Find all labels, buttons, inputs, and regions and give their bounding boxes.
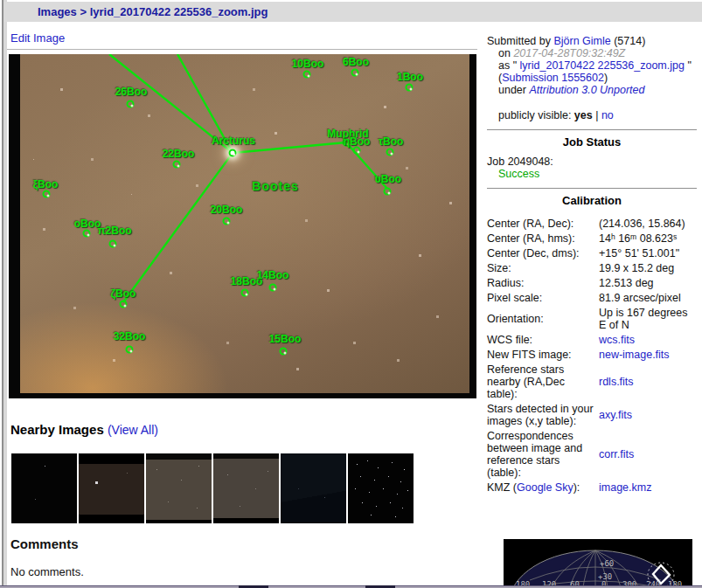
job-status-heading: Job Status (487, 136, 697, 149)
license-line: under Attribution 3.0 Unported (487, 84, 697, 96)
calibration-value: 81.9 arcsec/pixel (599, 292, 697, 304)
sky-location-map[interactable]: +60+30180120600300240180 (504, 539, 692, 588)
star-label: Arcturus (212, 135, 255, 147)
image-black-border-right (469, 54, 476, 398)
nearby-images-title: Nearby Images (10, 422, 104, 437)
calibration-row: Center (Dec, dms):+15° 51' 51.001" (487, 247, 697, 259)
calibration-row: Pixel scale:81.9 arcsec/pixel (487, 292, 697, 304)
calibration-label: Reference stars nearby (RA,Dec table): (487, 363, 599, 400)
star-label: 20Boo (211, 204, 243, 216)
star-label: 22Boo (163, 148, 195, 160)
star-circle (269, 284, 277, 292)
sidebar: Submitted by Björn Gimle (5714) on 2017-… (487, 35, 697, 496)
star-circle (241, 289, 249, 297)
calibration-file-link[interactable]: image.kmz (599, 481, 651, 494)
star-label: ζBoo (111, 287, 136, 300)
star-circle (229, 149, 237, 157)
submission-link[interactable]: Submission 1555602 (502, 72, 604, 84)
star-circle (173, 161, 181, 169)
star-circle (83, 230, 91, 238)
star-label: π2Boo (97, 225, 131, 237)
on-label: on (498, 47, 513, 59)
thumbnail-stars (11, 453, 12, 454)
star-circle (109, 240, 117, 248)
star-circle (223, 218, 231, 225)
calibration-row: Center (RA, Dec):(214.036, 15.864) (487, 218, 697, 230)
calibration-file-link[interactable]: rdls.fits (599, 376, 634, 388)
star-circle (43, 190, 51, 198)
star-label: 15Boo (269, 333, 302, 345)
calibration-value: 12.513 deg (599, 277, 697, 289)
thumbnail-stars (281, 453, 281, 454)
calibration-row: Center (RA, hms):14ʰ 16ᵐ 08.623ˢ (487, 232, 697, 245)
star-label: ηBoo (344, 135, 371, 148)
calibration-label: Radius: (487, 277, 599, 289)
edit-image-link[interactable]: Edit Image (10, 31, 65, 45)
job-id: Job 2049048: (487, 156, 697, 168)
star-circle (384, 188, 392, 196)
star-label: τBoo (379, 135, 404, 148)
calibration-table: Center (RA, Dec):(214.036, 15.864)Center… (487, 218, 697, 494)
calibration-row: Correspondences between image and refere… (487, 430, 697, 479)
window-edge-inner (3, 0, 7, 588)
calibration-row: Size:19.9 x 15.2 deg (487, 262, 697, 274)
nearby-thumbnails (11, 453, 414, 523)
star-circle (386, 149, 394, 156)
calibration-file-link[interactable]: wcs.fits (599, 334, 635, 346)
as-suffix: ) (604, 72, 608, 84)
calibration-row: Reference stars nearby (RA,Dec table):rd… (487, 363, 697, 400)
visibility-label: publicly visible: (498, 109, 574, 121)
divider (7, 49, 477, 50)
breadcrumb-filename: lyrid_20170422 225536_zoom.jpg (90, 5, 268, 18)
nearby-thumbnail[interactable] (213, 453, 279, 523)
calibration-row: WCS file:wcs.fits (487, 334, 697, 346)
visibility-no-link[interactable]: no (601, 109, 614, 121)
breadcrumb-images-link[interactable]: Images (38, 5, 77, 18)
no-comments-text: No comments. (10, 565, 84, 578)
submitted-date-line: on 2017-04-28T09:32:49Z (487, 47, 697, 59)
star-circle (303, 71, 311, 79)
submitted-line: Submitted by Björn Gimle (5714) (487, 35, 697, 47)
calibration-row: Radius:12.513 deg (487, 277, 697, 289)
star-circle (280, 348, 288, 356)
user-link[interactable]: Björn Gimle (553, 35, 610, 47)
job-status-value: Success (487, 168, 697, 180)
calibration-label: New FITS image: (487, 349, 599, 361)
calibration-file-link[interactable]: axy.fits (599, 409, 632, 421)
calibration-row: Orientation:Up is 167 degrees E of N (487, 307, 697, 331)
star-circle (127, 100, 135, 108)
calibration-file-link[interactable]: new-image.fits (599, 349, 670, 361)
nearby-thumbnail[interactable] (281, 453, 346, 523)
thumbnail-stars (146, 453, 147, 454)
sidebar-divider (487, 188, 697, 189)
nearby-thumbnail[interactable] (11, 453, 77, 523)
nearby-thumbnail[interactable] (79, 453, 144, 523)
as-label: as " (498, 59, 520, 72)
star-label: 1Boo (397, 71, 423, 83)
submission-date: 2017-04-28T09:32:49Z (513, 47, 625, 59)
nearby-thumbnail[interactable] (146, 453, 212, 523)
calibration-value: image.kmz (599, 481, 697, 494)
nearby-thumbnail[interactable] (348, 453, 414, 523)
calibration-value: 14ʰ 16ᵐ 08.623ˢ (599, 232, 697, 245)
star-label: 32Boo (114, 330, 146, 342)
view-all-link[interactable]: (View All) (108, 423, 158, 437)
calibration-value: (214.036, 15.864) (599, 218, 697, 230)
annotated-sky-image[interactable]: 10Boo6Boo1Boo26BooArcturus22BooMuphridηB… (9, 54, 476, 398)
star-label: 10Boo (292, 58, 324, 70)
calibration-label: Pixel scale: (487, 292, 599, 304)
google-sky-link[interactable]: Google Sky (517, 481, 573, 494)
image-black-border-bottom (9, 393, 476, 398)
star-label: 26Boo (115, 86, 148, 98)
calibration-label: KMZ (Google Sky): (487, 481, 599, 494)
calibration-label: Size: (487, 262, 599, 274)
under-label: under (498, 84, 529, 96)
license-link[interactable]: Attribution 3.0 Unported (529, 84, 644, 96)
calibration-file-link[interactable]: corr.fits (599, 448, 634, 460)
calibration-row: New FITS image:new-image.fits (487, 349, 697, 361)
page: Images > lyrid_20170422 225536_zoom.jpg … (0, 0, 702, 588)
star-label: ξBoo (33, 178, 59, 190)
submitted-file-link[interactable]: lyrid_20170422 225536_zoom.jpg (520, 59, 685, 72)
calibration-label: Center (RA, hms): (487, 232, 599, 245)
thumbnail-stars (348, 453, 349, 454)
